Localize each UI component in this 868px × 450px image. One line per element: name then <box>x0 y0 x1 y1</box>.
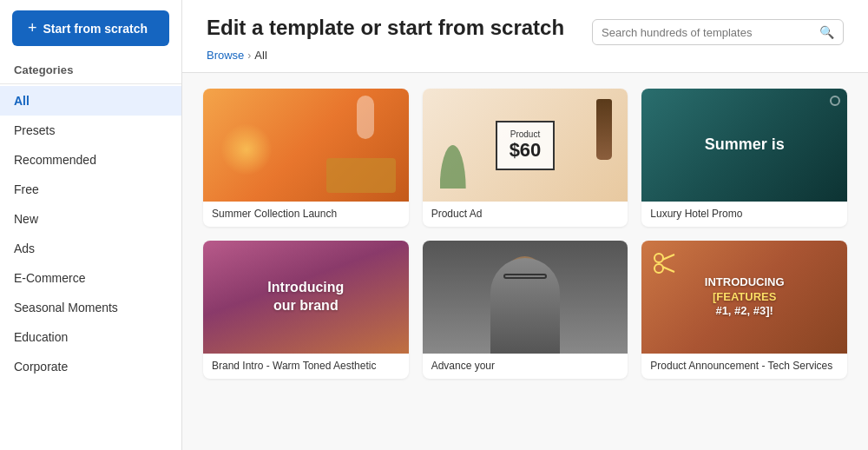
templates-area: Summer Collection Launch Product $60 Pro… <box>182 73 868 450</box>
template-label-brand: Brand Intro - Warm Toned Aesthetic <box>203 354 409 379</box>
hotel-big-text: Summer is <box>705 136 785 155</box>
template-card-hotel[interactable]: Summer is Luxury Hotel Promo <box>641 89 847 227</box>
breadcrumb-browse-link[interactable]: Browse <box>207 49 244 62</box>
template-thumb-person <box>423 241 628 354</box>
hotel-text-box: Summer is <box>705 136 785 155</box>
search-icon: 🔍 <box>819 25 834 39</box>
product-price-box: Product $60 <box>496 121 556 170</box>
sidebar-item-free[interactable]: Free <box>0 175 181 204</box>
sidebar: + Start from scratch Categories All Pres… <box>0 0 182 450</box>
svg-point-1 <box>654 264 663 273</box>
start-from-scratch-button[interactable]: + Start from scratch <box>12 10 169 46</box>
sidebar-item-education[interactable]: Education <box>0 322 181 352</box>
product-text: Product <box>510 129 542 139</box>
template-thumb-brand: Introducingour brand <box>203 241 409 354</box>
plus-icon: + <box>28 19 37 37</box>
template-card-brand[interactable]: Introducingour brand Brand Intro - Warm … <box>203 241 409 379</box>
template-card-features[interactable]: INTRODUCING [FEATURES #1, #2, #3]! Produ… <box>641 241 847 379</box>
sidebar-item-ecommerce[interactable]: E-Commerce <box>0 263 181 293</box>
sidebar-item-ads[interactable]: Ads <box>0 234 181 263</box>
template-label-product: Product Ad <box>423 202 628 227</box>
sun-shape <box>220 123 273 175</box>
header-row: Edit a template or start from scratch 🔍 <box>207 16 844 49</box>
svg-line-2 <box>662 255 674 260</box>
product-bottle-shape <box>596 99 612 160</box>
categories-heading: Categories <box>0 56 181 82</box>
features-bracket: [FEATURES <box>713 290 776 303</box>
sidebar-item-new[interactable]: New <box>0 204 181 234</box>
summer-car-shape <box>326 158 396 193</box>
breadcrumb-current: All <box>254 49 266 62</box>
brand-intro-text: Introducingour brand <box>267 279 344 315</box>
template-card-person[interactable]: Advance your <box>423 241 628 379</box>
templates-grid: Summer Collection Launch Product $60 Pro… <box>203 89 847 379</box>
search-box: 🔍 <box>592 19 844 45</box>
search-input[interactable] <box>602 26 814 39</box>
svg-line-3 <box>662 267 674 272</box>
template-label-person: Advance your <box>423 354 628 379</box>
sidebar-item-all[interactable]: All <box>0 86 181 116</box>
template-thumb-features: INTRODUCING [FEATURES #1, #2, #3]! <box>641 241 847 354</box>
person-body-shape <box>490 258 560 354</box>
features-scissors-shape <box>652 251 678 277</box>
hotel-icon-shape <box>830 96 840 106</box>
person-glasses-shape <box>503 274 547 279</box>
product-leaf-shape <box>440 145 466 189</box>
template-thumb-product: Product $60 <box>423 89 628 202</box>
template-card-summer[interactable]: Summer Collection Launch <box>203 89 409 227</box>
svg-point-0 <box>654 254 663 262</box>
template-label-hotel: Luxury Hotel Promo <box>641 202 847 227</box>
sidebar-item-recommended[interactable]: Recommended <box>0 145 181 175</box>
sidebar-divider <box>0 83 181 84</box>
summer-person-shape <box>357 96 374 139</box>
template-card-product[interactable]: Product $60 Product Ad <box>423 89 628 227</box>
main-header: Edit a template or start from scratch 🔍 … <box>182 0 868 73</box>
template-label-features: Product Announcement - Tech Services <box>641 354 847 379</box>
template-label-summer: Summer Collection Launch <box>203 202 409 227</box>
product-price: $60 <box>510 139 542 162</box>
sidebar-item-corporate[interactable]: Corporate <box>0 352 181 381</box>
main-content: Edit a template or start from scratch 🔍 … <box>182 0 868 450</box>
page-title: Edit a template or start from scratch <box>207 16 564 40</box>
breadcrumb-chevron: › <box>247 50 251 62</box>
template-thumb-summer <box>203 89 409 202</box>
template-thumb-hotel: Summer is <box>641 89 847 202</box>
start-button-label: Start from scratch <box>43 22 148 36</box>
features-text: INTRODUCING [FEATURES #1, #2, #3]! <box>705 275 785 320</box>
sidebar-item-seasonal[interactable]: Seasonal Moments <box>0 293 181 322</box>
breadcrumb: Browse › All <box>207 49 844 62</box>
sidebar-item-presets[interactable]: Presets <box>0 116 181 145</box>
